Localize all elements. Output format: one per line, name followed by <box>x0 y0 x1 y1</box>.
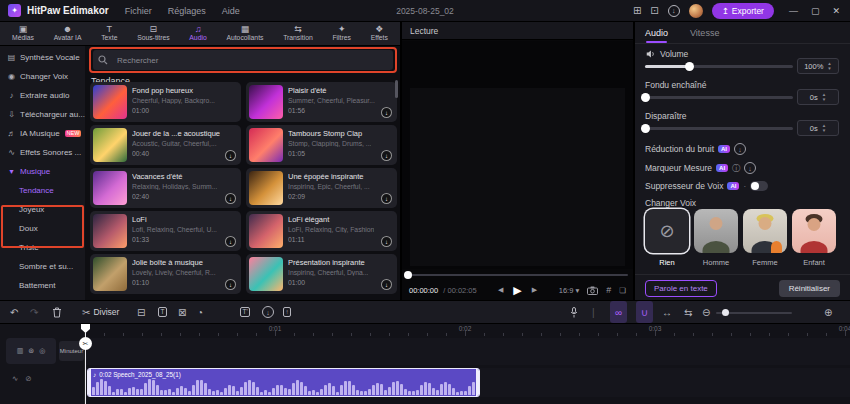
download-icon[interactable]: ↓ <box>225 279 236 290</box>
zoom-out-icon[interactable]: ⊖ <box>702 301 710 323</box>
video-track-lane[interactable] <box>85 338 850 365</box>
menu-reglages[interactable]: Réglages <box>168 6 206 16</box>
voice-option-rien[interactable]: ⊘ <box>645 209 689 253</box>
info-icon[interactable]: · <box>743 182 746 191</box>
tab-autocollants[interactable]: ▦Autocollants <box>226 25 263 42</box>
audio-clip[interactable]: ♪ 0:02 Speech_2025_08_25(1) <box>87 368 480 397</box>
fade-in-slider[interactable] <box>645 96 793 99</box>
music-card[interactable]: LoFiLofi, Relaxing, Cheerful, U...01:33↓ <box>90 211 241 251</box>
fade-out-slider[interactable] <box>645 127 793 130</box>
menu-fichier[interactable]: Fichier <box>125 6 152 16</box>
sidebar-item-joyeux[interactable]: Joyeux <box>0 200 85 219</box>
sidebar-group-musique[interactable]: ▾Musique <box>0 162 85 181</box>
stepper-arrows[interactable]: ▲▼ <box>822 92 826 102</box>
expand-track-icon[interactable]: ↔ <box>662 301 672 323</box>
range-select-icon[interactable]: ⇆ <box>684 301 692 323</box>
download-icon[interactable]: ↓ <box>744 162 756 174</box>
sidebar-item-triste[interactable]: Triste <box>0 238 85 257</box>
music-card[interactable]: Fond pop heureuxCheerful, Happy, Backgro… <box>90 82 241 122</box>
download-icon[interactable]: ↓ <box>225 236 236 247</box>
fullscreen-icon[interactable]: ❏ <box>619 286 626 295</box>
sidebar-item-battement[interactable]: Battement <box>0 276 85 295</box>
seekbar-handle[interactable] <box>404 271 412 279</box>
tab-inspector-vitesse[interactable]: Vitesse <box>690 22 719 43</box>
download-icon[interactable]: ↓ <box>225 150 236 161</box>
text-box-icon[interactable]: T <box>158 301 167 323</box>
export-clip-icon[interactable]: ↑ <box>283 301 291 323</box>
tab-transition[interactable]: ⇆Transition <box>283 25 313 42</box>
caption-icon[interactable]: ⊟ <box>137 301 145 323</box>
menu-aide[interactable]: Aide <box>222 6 240 16</box>
vocal-remover-toggle[interactable] <box>750 181 768 191</box>
download-icon[interactable]: ↓ <box>381 107 392 118</box>
download-icon[interactable]: ↓ <box>225 193 236 204</box>
speed-icon[interactable]: ◔ <box>197 301 203 323</box>
download-icon[interactable]: ↓ <box>381 193 392 204</box>
split-cursor-icon[interactable]: ✂ <box>79 337 92 350</box>
sidebar-item-tendance[interactable]: Tendance <box>0 181 85 200</box>
next-frame-button[interactable]: ▶ <box>532 286 537 294</box>
preview-seekbar[interactable] <box>407 274 628 276</box>
sidebar-item-extraire-audio[interactable]: ♪Extraire audio <box>0 86 85 105</box>
download-icon[interactable]: ↓ <box>381 150 392 161</box>
magnet-snap-icon[interactable]: ∪ <box>636 301 653 323</box>
sidebar-item-synthese-vocale[interactable]: ▤Synthèse Vocale <box>0 48 85 67</box>
trash-icon[interactable] <box>52 301 62 323</box>
voice-option-enfant[interactable] <box>792 209 836 253</box>
minimize-button[interactable]: — <box>789 6 798 16</box>
main-track-controls[interactable]: ▥ ⊛ ◎ <box>6 338 56 364</box>
import-icon[interactable]: ↓ <box>262 301 274 323</box>
music-card[interactable]: Une épopée inspiranteInspiring, Epic, Ch… <box>246 168 397 208</box>
tab-audio[interactable]: ♫Audio <box>189 25 206 42</box>
snapshot-icon[interactable] <box>587 286 598 295</box>
export-button[interactable]: ↥ Exporter <box>712 3 774 19</box>
track-lock-icon[interactable]: ⊛ <box>28 347 34 355</box>
sidebar-item-telechargeur[interactable]: ⇩Téléchargeur au... <box>0 105 85 124</box>
stepper-arrows[interactable]: ▲▼ <box>827 61 831 71</box>
timeline-ruler[interactable]: 0:010:020:030:04 <box>85 324 850 337</box>
stepper-arrows[interactable]: ▲▼ <box>822 123 826 133</box>
undo-icon[interactable]: ↶ <box>10 301 18 323</box>
volume-slider[interactable] <box>645 65 793 68</box>
layout-panels-icon[interactable]: ⊞ <box>633 5 641 16</box>
close-button[interactable]: ✕ <box>832 6 840 16</box>
reset-button[interactable]: Réinitialiser <box>779 280 840 297</box>
tab-effets[interactable]: ❖Effets <box>371 25 388 42</box>
music-card[interactable]: Vacances d'étéRelaxing, Holidays, Summ..… <box>90 168 241 208</box>
feedback-icon[interactable]: ⊡ <box>650 5 658 16</box>
voice-option-homme[interactable] <box>694 209 738 253</box>
tab-medias[interactable]: ▣Médias <box>12 25 34 42</box>
sidebar-item-changer-voix[interactable]: ◉Changer Voix <box>0 67 85 86</box>
music-card[interactable]: Plaisir d'étéSummer, Cheerful, Pleasur..… <box>246 82 397 122</box>
prev-frame-button[interactable]: ◀ <box>498 286 503 294</box>
speech-to-text-button[interactable]: Parole en texte <box>645 280 717 297</box>
music-card[interactable]: Jouer de la ...e acoustiqueAcoustic, Gui… <box>90 125 241 165</box>
split-button[interactable]: ✂ Diviser <box>82 301 119 323</box>
user-avatar[interactable] <box>689 4 703 18</box>
crop-grid-icon[interactable]: # <box>606 285 611 295</box>
music-card[interactable]: LoFi élégantLoFi, Relaxing, City, Fashio… <box>246 211 397 251</box>
tab-avatar-ia[interactable]: ☻Avatar IA <box>54 25 82 42</box>
tab-texte[interactable]: TTexte <box>101 25 117 42</box>
audio-mute-icon[interactable]: ⊘ <box>25 374 31 383</box>
voice-option-femme[interactable] <box>743 209 787 253</box>
search-input[interactable] <box>93 50 393 70</box>
maximize-button[interactable]: ▢ <box>811 6 820 16</box>
fade-in-slider-handle[interactable] <box>641 93 650 102</box>
sidebar-item-doux[interactable]: Doux <box>0 219 85 238</box>
tab-filtres[interactable]: ✦Filtres <box>332 25 351 42</box>
timeline-zoom-handle[interactable] <box>722 309 729 316</box>
library-scrollbar[interactable] <box>395 80 398 98</box>
tab-inspector-audio[interactable]: Audio <box>645 22 668 43</box>
fade-out-slider-handle[interactable] <box>641 124 650 133</box>
music-card[interactable]: Présentation inspiranteInspiring, Cheerf… <box>246 254 397 294</box>
fade-out-value[interactable]: 0s▲▼ <box>797 120 839 136</box>
sidebar-item-effets-sonores[interactable]: ∿Effets Sonores ...NEW <box>0 143 85 162</box>
clip-trim-handle-right[interactable] <box>476 369 479 396</box>
remove-subtitles-icon[interactable]: ⊠ <box>178 301 186 323</box>
volume-slider-handle[interactable] <box>685 62 694 71</box>
aspect-ratio-dropdown[interactable]: 16:9 ▾ <box>559 286 579 295</box>
redo-icon[interactable]: ↷ <box>30 301 38 323</box>
sidebar-item-ia-musique[interactable]: ♬IA MusiqueNEW <box>0 124 85 143</box>
zoom-in-icon[interactable]: ⊕ <box>824 301 832 323</box>
